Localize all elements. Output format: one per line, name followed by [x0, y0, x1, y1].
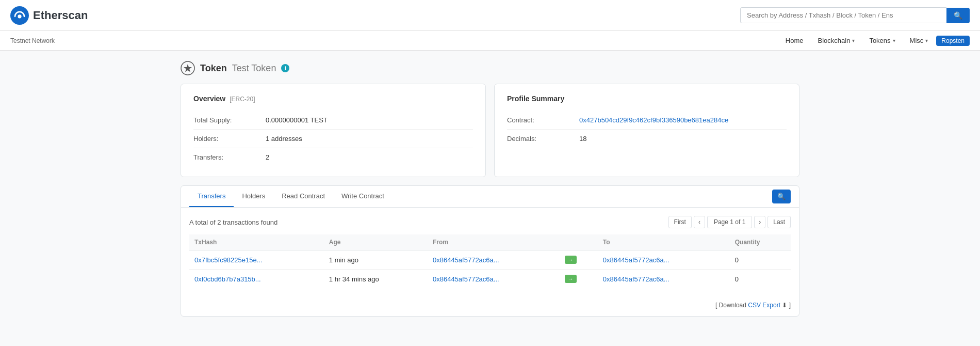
decimals-value: 18	[579, 135, 586, 143]
table-row: 0x7fbc5fc98225e15e... 1 min ago 0x86445a…	[189, 250, 791, 270]
transfers-count-value: 2	[266, 153, 269, 161]
erc20-badge: [ERC-20]	[230, 96, 255, 103]
nav-item-tokens[interactable]: Tokens ▾	[863, 34, 901, 48]
page-title-label: Token	[200, 63, 227, 74]
transfers-row: Transfers: 2	[193, 148, 473, 166]
col-age: Age	[324, 234, 428, 250]
profile-panel: Profile Summary Contract: 0x427b504cd29f…	[494, 84, 799, 177]
profile-panel-title: Profile Summary	[507, 95, 787, 103]
cell-arrow: →	[560, 250, 598, 270]
tx-count-text: A total of 2 transactions found	[189, 218, 277, 226]
tab-section: Transfers Holders Read Contract Write Co…	[181, 185, 799, 317]
nav-menu: Home Blockchain ▾ Tokens ▾ Misc ▾ Ropste…	[779, 34, 970, 48]
to-link[interactable]: 0x86445af5772ac6a...	[603, 275, 669, 283]
logo-area: Etherscan	[10, 6, 88, 25]
contract-row: Contract: 0x427b504cd29f9c462cf9bf336590…	[507, 111, 787, 130]
nav-item-blockchain[interactable]: Blockchain ▾	[812, 34, 861, 48]
subheader: Testnet Network Home Blockchain ▾ Tokens…	[0, 31, 980, 51]
cell-quantity: 0	[730, 270, 791, 289]
tab-search-button[interactable]: 🔍	[772, 190, 791, 203]
header: Etherscan 🔍	[0, 0, 980, 31]
csv-suffix: ⬇ ]	[782, 302, 791, 309]
cell-from: 0x86445af5772ac6a...	[428, 270, 560, 289]
holders-label: Holders:	[193, 135, 266, 143]
col-arrow	[560, 234, 598, 250]
nav-item-misc[interactable]: Misc ▾	[904, 34, 935, 48]
cell-age: 1 min ago	[324, 250, 428, 270]
logo-text: Etherscan	[33, 9, 88, 22]
txhash-link[interactable]: 0x7fbc5fc98225e15e...	[194, 256, 263, 264]
holders-value: 1 addresses	[266, 135, 302, 143]
etherscan-logo-icon	[10, 6, 29, 25]
token-star-icon	[181, 61, 195, 75]
total-supply-value: 0.0000000001 TEST	[266, 116, 328, 124]
pagination-prev-button[interactable]: ‹	[694, 216, 705, 228]
direction-arrow-icon: →	[565, 275, 577, 283]
info-icon[interactable]: i	[281, 64, 289, 72]
csv-row: [ Download CSV Export ⬇ ]	[181, 296, 799, 316]
contract-address-link[interactable]: 0x427b504cd29f9c462cf9bf336590be681ea284…	[579, 116, 728, 124]
tab-holders[interactable]: Holders	[234, 186, 273, 207]
table-row: 0xf0cbd6b7b7a315b... 1 hr 34 mins ago 0x…	[189, 270, 791, 289]
transfers-table: TxHash Age From To Quantity 0x7fbc5fc982…	[189, 234, 791, 288]
nav-tokens-label: Tokens	[869, 37, 890, 44]
network-badge[interactable]: Ropsten	[936, 36, 970, 46]
page-title-row: Token Test Token i	[181, 61, 799, 75]
pagination-page-info: Page 1 of 1	[707, 216, 752, 228]
from-link[interactable]: 0x86445af5772ac6a...	[433, 256, 499, 264]
col-to: To	[598, 234, 730, 250]
tokens-chevron-icon: ▾	[893, 38, 895, 43]
tx-count-row: A total of 2 transactions found First ‹ …	[189, 216, 791, 228]
page-content: Token Test Token i Overview [ERC-20] Tot…	[170, 51, 810, 327]
pagination: First ‹ Page 1 of 1 › Last	[668, 216, 791, 228]
tab-read-contract[interactable]: Read Contract	[273, 186, 333, 207]
blockchain-chevron-icon: ▾	[852, 38, 855, 43]
decimals-row: Decimals: 18	[507, 130, 787, 148]
col-from: From	[428, 234, 560, 250]
total-supply-row: Total Supply: 0.0000000001 TEST	[193, 111, 473, 130]
nav-item-home[interactable]: Home	[779, 34, 810, 48]
from-link[interactable]: 0x86445af5772ac6a...	[433, 275, 499, 283]
cell-to: 0x86445af5772ac6a...	[598, 250, 730, 270]
cell-quantity: 0	[730, 250, 791, 270]
tab-header: Transfers Holders Read Contract Write Co…	[181, 186, 799, 208]
overview-panels: Overview [ERC-20] Total Supply: 0.000000…	[181, 84, 799, 177]
misc-chevron-icon: ▾	[925, 38, 928, 43]
transfers-count-label: Transfers:	[193, 153, 266, 161]
tab-write-contract[interactable]: Write Contract	[333, 186, 393, 207]
svg-point-1	[18, 14, 21, 18]
nav-home-label: Home	[786, 37, 804, 44]
nav-misc-label: Misc	[910, 37, 924, 44]
cell-arrow: →	[560, 270, 598, 289]
pagination-first-button[interactable]: First	[668, 216, 692, 228]
cell-age: 1 hr 34 mins ago	[324, 270, 428, 289]
csv-label: [ Download	[715, 302, 746, 309]
total-supply-label: Total Supply:	[193, 116, 266, 124]
csv-export-link[interactable]: CSV Export	[748, 302, 780, 309]
cell-to: 0x86445af5772ac6a...	[598, 270, 730, 289]
pagination-next-button[interactable]: ›	[754, 216, 765, 228]
col-quantity: Quantity	[730, 234, 791, 250]
page-title-name: Test Token	[232, 63, 276, 74]
search-input[interactable]	[740, 7, 946, 23]
overview-panel: Overview [ERC-20] Total Supply: 0.000000…	[181, 84, 486, 177]
holders-row: Holders: 1 addresses	[193, 130, 473, 148]
direction-arrow-icon: →	[565, 256, 577, 264]
to-link[interactable]: 0x86445af5772ac6a...	[603, 256, 669, 264]
contract-label: Contract:	[507, 116, 579, 124]
cell-from: 0x86445af5772ac6a...	[428, 250, 560, 270]
pagination-last-button[interactable]: Last	[767, 216, 791, 228]
search-button[interactable]: 🔍	[946, 8, 970, 23]
overview-panel-title: Overview [ERC-20]	[193, 95, 473, 103]
tab-body: A total of 2 transactions found First ‹ …	[181, 208, 799, 296]
tab-transfers[interactable]: Transfers	[189, 186, 234, 207]
col-txhash: TxHash	[189, 234, 324, 250]
cell-txhash: 0xf0cbd6b7b7a315b...	[189, 270, 324, 289]
cell-txhash: 0x7fbc5fc98225e15e...	[189, 250, 324, 270]
nav-blockchain-label: Blockchain	[818, 37, 851, 44]
decimals-label: Decimals:	[507, 135, 579, 143]
txhash-link[interactable]: 0xf0cbd6b7b7a315b...	[194, 275, 261, 283]
tabs: Transfers Holders Read Contract Write Co…	[189, 186, 393, 207]
search-area: 🔍	[740, 7, 970, 23]
network-label: Testnet Network	[10, 37, 55, 44]
